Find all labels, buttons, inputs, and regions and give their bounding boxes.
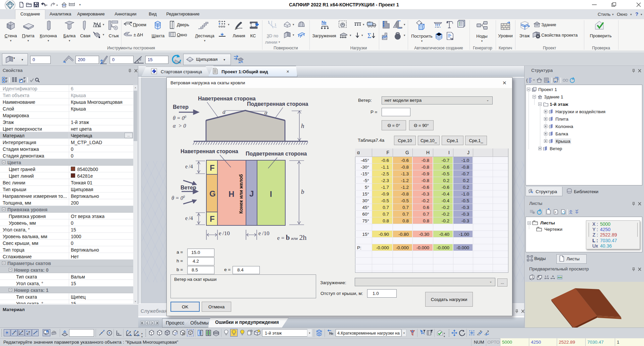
svg-text:XY: XY	[537, 275, 541, 277]
svg-text:#: #	[555, 211, 556, 214]
svg-text:Σ: Σ	[367, 32, 371, 39]
svg-text:α: α	[139, 56, 142, 61]
svg-text:x: x	[130, 333, 131, 336]
svg-text:№: №	[329, 331, 333, 335]
svg-text:{: {	[543, 146, 544, 150]
svg-text:{: {	[549, 139, 550, 143]
svg-text:{: {	[549, 124, 550, 128]
svg-text:{: {	[549, 132, 550, 136]
svg-text:{: {	[549, 110, 550, 114]
svg-text:№: №	[321, 20, 327, 25]
svg-text:1.2: 1.2	[545, 275, 549, 278]
svg-text:1: 1	[268, 20, 270, 24]
svg-text:{: {	[549, 117, 550, 121]
svg-text:1: 1	[275, 23, 277, 27]
svg-text:{: {	[526, 78, 528, 83]
svg-text:A: A	[552, 275, 554, 278]
svg-text:y: y	[137, 333, 139, 336]
